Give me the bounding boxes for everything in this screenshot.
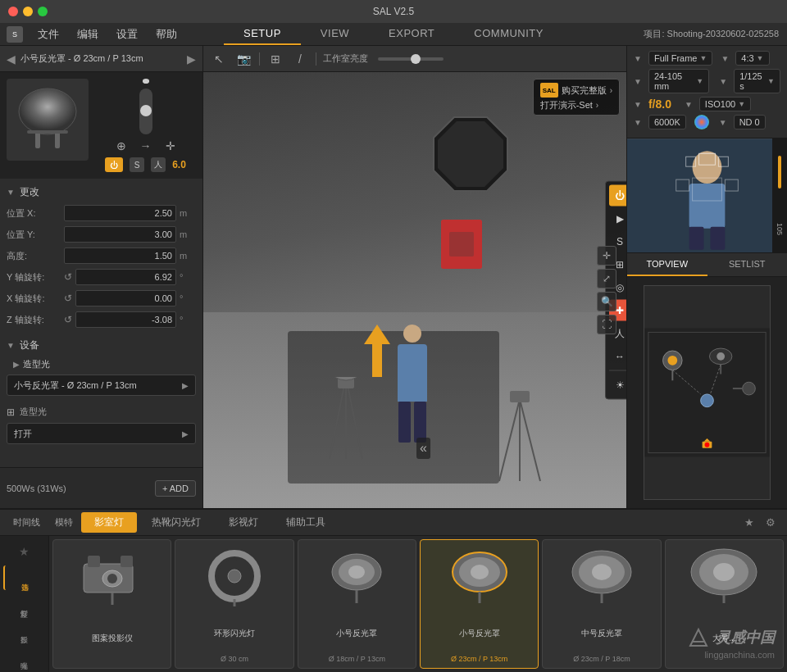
- thumb-studio[interactable]: 影室灯: [3, 592, 45, 616]
- equip-item-4[interactable]: 小号反光罩 Ø 23cm / P 13cm: [420, 539, 539, 669]
- ft-sun[interactable]: ☀: [609, 375, 626, 396]
- thumb-exposure[interactable]: 曝光: [3, 644, 45, 669]
- prop-rot-z: Z 轴旋转: ↺ -3.08 °: [0, 309, 202, 330]
- intensity-thumb[interactable]: [140, 105, 152, 116]
- equip-item-1[interactable]: 图案投影仪: [52, 539, 171, 669]
- tab-video-light[interactable]: 影视灯: [216, 512, 271, 533]
- position-icon[interactable]: ⊕: [113, 138, 130, 154]
- minimize-button[interactable]: [23, 7, 33, 16]
- nd-arrow-icon: ▼: [719, 118, 727, 127]
- zaoxingguang-selector-arrow: ▶: [182, 429, 189, 438]
- tab-model[interactable]: 模特: [48, 514, 80, 531]
- menu-edit[interactable]: 编辑: [69, 25, 107, 44]
- tab-flash[interactable]: 热靴闪光灯: [139, 512, 214, 533]
- tab-community[interactable]: COMMUNITY: [454, 23, 563, 45]
- vr-compass[interactable]: ✛: [597, 246, 616, 266]
- brightness-slider[interactable]: [378, 57, 444, 61]
- camera-tool[interactable]: 📷: [234, 50, 252, 68]
- bt-icon-settings[interactable]: ⚙: [761, 513, 780, 533]
- move-icon[interactable]: →: [138, 138, 154, 154]
- ft-power[interactable]: ⏻: [609, 185, 626, 207]
- ft-play[interactable]: ▶: [609, 208, 626, 229]
- svg-point-67: [713, 563, 735, 581]
- nd-dropdown[interactable]: ND 0: [734, 115, 766, 129]
- vr-fullscreen[interactable]: ⛶: [597, 315, 616, 334]
- color-wheel[interactable]: [694, 115, 709, 129]
- lens-dropdown[interactable]: 24-105 mm ▼: [648, 69, 709, 93]
- expand-icon[interactable]: ▶: [187, 52, 196, 66]
- line-tool[interactable]: /: [291, 50, 309, 68]
- select-tool[interactable]: ↖: [210, 50, 228, 68]
- menu-file[interactable]: 文件: [30, 25, 67, 44]
- sidebar-thumbs: ★ 筛选 影室灯 投影 曝光: [0, 536, 49, 672]
- maximize-button[interactable]: [38, 7, 48, 16]
- zaoxingguang-selector[interactable]: 打开 ▶: [7, 423, 196, 444]
- app-title: SAL V2.5: [373, 6, 414, 17]
- position-x-label: 位置 X:: [7, 207, 64, 220]
- close-button[interactable]: [8, 7, 18, 16]
- ft-separator: [609, 370, 626, 371]
- light-title: 小号反光罩 - Ø 23cm / P 13cm: [20, 52, 182, 65]
- promo-banner: SAL 购买完整版 › 打开演示-Set ›: [533, 79, 620, 116]
- tab-setup[interactable]: SETUP: [224, 23, 301, 45]
- equip-name-1: 图案投影仪: [92, 633, 133, 643]
- person-button[interactable]: 人: [151, 157, 166, 172]
- histogram-value: [778, 156, 781, 188]
- tab-setlist[interactable]: SETLIST: [707, 253, 788, 276]
- rot-x-input[interactable]: 0.00: [75, 290, 176, 306]
- position-y-unit: m: [180, 229, 196, 239]
- equip-item-3[interactable]: 小号反光罩 Ø 18cm / P 13cm: [298, 539, 416, 669]
- ratio-dropdown[interactable]: 4:3 ▼: [735, 51, 769, 66]
- tab-timeline[interactable]: 时间线: [7, 514, 47, 531]
- position-y-label: 位置 Y:: [7, 229, 64, 241]
- thumb-filter[interactable]: 筛选: [3, 565, 45, 590]
- promo-buy-row[interactable]: SAL 购买完整版 ›: [540, 83, 612, 98]
- svg-point-63: [592, 564, 612, 580]
- colortemp-dropdown[interactable]: 6000K: [648, 115, 686, 129]
- tab-studio-light[interactable]: 影室灯: [81, 512, 137, 533]
- height-unit: m: [180, 251, 196, 261]
- tv-room: [644, 285, 771, 500]
- thumb-projection[interactable]: 投影: [3, 618, 45, 642]
- promo-open-row[interactable]: 打开演示-Set ›: [540, 99, 612, 111]
- zaoxingguang-item[interactable]: ▶ 造型光: [0, 356, 202, 373]
- collapse-icon[interactable]: ◀: [7, 52, 16, 66]
- svg-line-6: [346, 377, 362, 459]
- target-icon[interactable]: ✛: [162, 138, 179, 154]
- brightness-thumb[interactable]: [411, 54, 421, 64]
- back-arrow[interactable]: «: [416, 438, 430, 459]
- shutter-dropdown[interactable]: 1/125 s ▼: [734, 69, 780, 93]
- tab-view[interactable]: VIEW: [301, 23, 369, 45]
- bt-icon-star[interactable]: ★: [739, 513, 759, 533]
- equip-item-2[interactable]: 环形闪光灯 Ø 30 cm: [175, 539, 293, 669]
- height-input[interactable]: 1.50: [64, 247, 176, 264]
- tab-topview[interactable]: TOPVIEW: [627, 253, 707, 276]
- thumb-star[interactable]: ★: [3, 539, 45, 564]
- grid-tool[interactable]: ⊞: [266, 50, 284, 68]
- star-icon: ★: [19, 545, 30, 559]
- light-icon-row: ⊕ → ✛: [113, 138, 179, 154]
- rot-z-input[interactable]: -3.08: [75, 311, 176, 328]
- tab-tools[interactable]: 辅助工具: [273, 512, 339, 533]
- rot-y-input[interactable]: 6.92: [75, 269, 176, 285]
- tab-export[interactable]: EXPORT: [369, 23, 454, 45]
- add-button[interactable]: + ADD: [155, 480, 196, 497]
- power-button[interactable]: ⏻: [105, 157, 123, 172]
- vr-zoom[interactable]: 🔍: [597, 292, 616, 311]
- iso-dropdown[interactable]: ISO100 ▼: [699, 97, 751, 111]
- s-button[interactable]: S: [130, 157, 144, 172]
- section-gengai[interactable]: ▼ 更改: [0, 182, 202, 202]
- viewport-right-toolbar: ✛ ⤢ 🔍 ⛶: [597, 246, 616, 334]
- menu-settings[interactable]: 设置: [108, 25, 146, 44]
- ft-arrows[interactable]: ↔: [609, 346, 626, 367]
- light-selector[interactable]: 小号反光罩 - Ø 23cm / P 13cm ▶: [7, 375, 196, 396]
- equip-item-5[interactable]: 中号反光罩 Ø 23cm / P 18cm: [542, 539, 661, 669]
- position-y-input[interactable]: 3.00: [64, 226, 176, 243]
- intensity-slider[interactable]: [139, 89, 152, 134]
- vr-expand[interactable]: ⤢: [597, 269, 616, 288]
- frame-dropdown[interactable]: Full Frame ▼: [648, 51, 712, 66]
- position-x-input[interactable]: 2.50: [64, 205, 176, 221]
- device-arrow: ▼: [7, 341, 15, 350]
- section-device[interactable]: ▼ 设备: [0, 335, 202, 356]
- menu-help[interactable]: 帮助: [148, 25, 185, 44]
